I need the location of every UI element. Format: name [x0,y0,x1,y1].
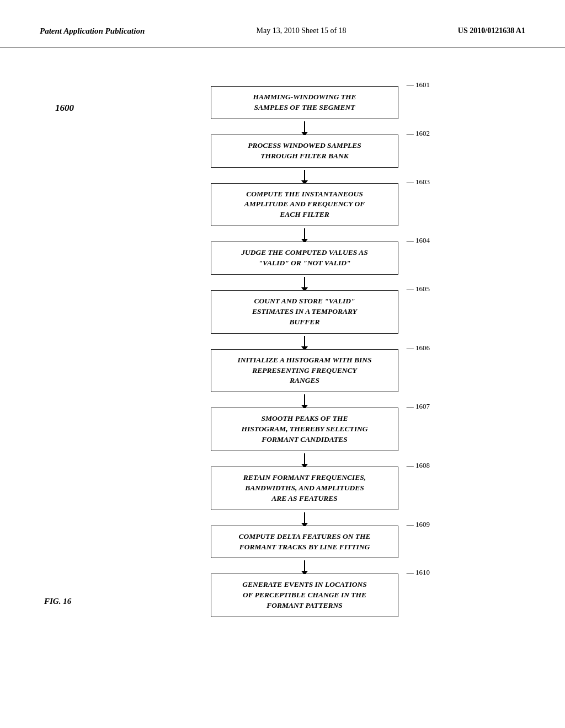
figure-label: FIG. 16 [44,597,71,606]
arrow-line [304,170,305,181]
arrow-line [304,560,305,571]
arrow-4 [88,334,521,349]
arrow-5 [88,392,521,408]
arrow-7 [88,510,521,526]
flow-box-1601: HAMMING-WINDOWING THESAMPLES OF THE SEGM… [211,86,398,119]
ref-label-1606: ― 1606 [407,343,430,353]
flow-box-1608: RETAIN FORMANT FREQUENCIES,BANDWIDTHS, A… [211,467,398,510]
ref-label-1607: ― 1607 [407,402,430,411]
page: Patent Application Publication May 13, 2… [0,0,565,728]
arrow-8 [88,558,521,574]
ref-label-1608: ― 1608 [407,461,430,470]
patent-number: US 2010/0121638 A1 [458,26,525,35]
flow-box-1607: SMOOTH PEAKS OF THEHISTOGRAM, THEREBY SE… [211,408,398,451]
page-header: Patent Application Publication May 13, 2… [0,0,565,47]
sheet-info: May 13, 2010 Sheet 15 of 18 [257,26,347,35]
flow-box-1606: INITIALIZE A HISTOGRAM WITH BINSREPRESEN… [211,349,398,393]
flow-item-1608: RETAIN FORMANT FREQUENCIES,BANDWIDTHS, A… [88,467,521,510]
arrow-line [304,228,305,239]
flow-item-1604: JUDGE THE COMPUTED VALUES AS"VALID" OR "… [88,242,521,275]
ref-label-1603: ― 1603 [407,177,430,187]
flow-item-1602: PROCESS WINDOWED SAMPLESTHROUGH FILTER B… [88,135,521,168]
arrow-line [304,512,305,523]
ref-label-1609: ― 1609 [407,520,430,529]
arrow-3 [88,275,521,290]
arrow-line [304,394,305,405]
flow-item-1605: COUNT AND STORE "VALID"ESTIMATES IN A TE… [88,290,521,334]
arrow-2 [88,226,521,242]
ref-label-1601: ― 1601 [407,80,430,90]
publication-label: Patent Application Publication [40,26,145,36]
flow-box-1604: JUDGE THE COMPUTED VALUES AS"VALID" OR "… [211,242,398,275]
arrow-1 [88,168,521,183]
ref-label-1604: ― 1604 [407,235,430,245]
flow-container: HAMMING-WINDOWING THESAMPLES OF THE SEGM… [88,86,521,617]
flow-item-1601: HAMMING-WINDOWING THESAMPLES OF THE SEGM… [88,86,521,119]
flowchart: 1600 HAMMING-WINDOWING THESAMPLES OF THE… [88,86,521,617]
flow-item-1609: COMPUTE DELTA FEATURES ON THEFORMANT TRA… [88,526,521,559]
flow-box-1609: COMPUTE DELTA FEATURES ON THEFORMANT TRA… [211,526,398,559]
ref-label-1610: ― 1610 [407,568,430,577]
flow-box-1602: PROCESS WINDOWED SAMPLESTHROUGH FILTER B… [211,135,398,168]
arrow-6 [88,451,521,467]
flowchart-main-label: 1600 [55,103,74,114]
ref-label-1605: ― 1605 [407,284,430,294]
flow-item-1606: INITIALIZE A HISTOGRAM WITH BINSREPRESEN… [88,349,521,393]
arrow-0 [88,119,521,135]
arrow-line [304,453,305,464]
flow-box-1610: GENERATE EVENTS IN LOCATIONSOF PERCEPTIB… [211,574,398,617]
main-content: 1600 HAMMING-WINDOWING THESAMPLES OF THE… [0,47,565,639]
flow-item-1610: GENERATE EVENTS IN LOCATIONSOF PERCEPTIB… [88,574,521,617]
arrow-line [304,336,305,347]
arrow-line [304,277,305,288]
flow-box-1603: COMPUTE THE INSTANTANEOUSAMPLITUDE AND F… [211,183,398,227]
flow-item-1607: SMOOTH PEAKS OF THEHISTOGRAM, THEREBY SE… [88,408,521,451]
flow-item-1603: COMPUTE THE INSTANTANEOUSAMPLITUDE AND F… [88,183,521,227]
flow-box-1605: COUNT AND STORE "VALID"ESTIMATES IN A TE… [211,290,398,334]
ref-label-1602: ― 1602 [407,129,430,138]
arrow-line [304,121,305,132]
